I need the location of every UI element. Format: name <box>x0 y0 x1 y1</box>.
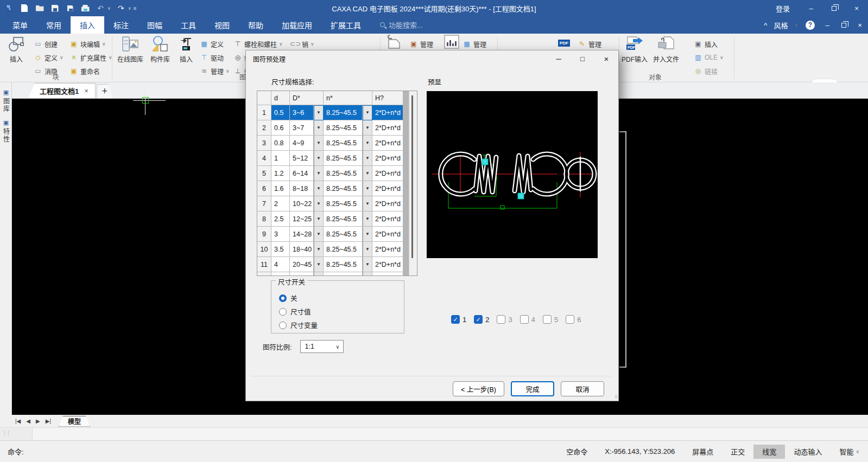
table-cell[interactable]: 3~7 <box>290 120 314 136</box>
cell-dropdown-icon[interactable]: ▼ <box>363 196 372 211</box>
menu-tab-图幅[interactable]: 图幅 <box>138 16 172 34</box>
table-cell[interactable]: 9 <box>257 227 271 242</box>
block-create-button[interactable]: ▭创建 <box>34 38 58 50</box>
radio-尺寸变量[interactable]: 尺寸变量 <box>279 320 318 330</box>
radio-关[interactable]: 关 <box>279 293 297 303</box>
status-智能[interactable]: 智能∨ <box>831 445 868 459</box>
table-row[interactable]: 415~12▼8.25~45.5▼2*D+n*d <box>257 151 403 166</box>
print-icon[interactable] <box>80 3 90 13</box>
checkbox-icon[interactable] <box>497 315 505 324</box>
table-cell[interactable]: 3.5 <box>271 242 290 257</box>
menu-tab-加载应用[interactable]: 加载应用 <box>273 16 321 34</box>
table-row[interactable]: 103.518~40▼8.25~45.5▼2*D+n*d <box>257 242 403 257</box>
table-cell[interactable]: 4 <box>257 151 271 166</box>
table-cell[interactable]: 1.2 <box>271 166 290 181</box>
cell-dropdown-icon[interactable]: ▼ <box>314 151 324 166</box>
view-checkbox-6[interactable]: 6 <box>566 315 581 324</box>
cell-dropdown-icon[interactable]: ▼ <box>363 211 372 227</box>
object-insert-button[interactable]: ▣插入 <box>694 38 718 50</box>
open-file-icon[interactable] <box>35 3 45 13</box>
cell-dropdown-icon[interactable]: ▼ <box>363 181 372 196</box>
table-cell[interactable]: 8.25~45.5 <box>324 181 363 196</box>
menu-tab-常用[interactable]: 常用 <box>37 16 71 34</box>
table-cell[interactable]: 8.25~45.5 <box>324 105 363 120</box>
table-cell[interactable]: 0.6 <box>271 120 290 136</box>
collapse-ribbon-icon[interactable]: ^ <box>761 21 770 29</box>
cell-dropdown-icon[interactable]: ▼ <box>314 105 324 120</box>
table-row[interactable]: 12▼▼ <box>257 272 403 276</box>
table-cell[interactable]: 2*D+n*d <box>372 242 403 257</box>
checkbox-icon[interactable]: ✓ <box>451 315 460 324</box>
ole-button[interactable]: ▥OLE∨ <box>694 52 724 63</box>
radio-icon[interactable] <box>279 294 287 302</box>
table-row[interactable]: 51.26~14▼8.25~45.5▼2*D+n*d <box>257 166 403 181</box>
table-cell[interactable]: 2*D+n*d <box>372 211 403 227</box>
table-cell[interactable] <box>257 91 271 105</box>
attachment-manage-button[interactable]: ▣管理 <box>409 38 433 50</box>
table-cell[interactable]: 12 <box>257 272 271 276</box>
minimize-button[interactable]: – <box>800 0 822 16</box>
command-panel-handle[interactable]: ⋮⋮ <box>0 428 33 441</box>
menu-tab-插入[interactable]: 插入 <box>71 16 104 34</box>
table-cell[interactable]: 10 <box>257 242 271 257</box>
table-cell[interactable]: 20~45 <box>290 257 314 272</box>
table-cell[interactable]: 5 <box>257 166 271 181</box>
table-cell[interactable]: d <box>271 91 290 105</box>
redo-dropdown-icon[interactable]: ∨ <box>128 6 131 11</box>
status-屏幕点[interactable]: 屏幕点 <box>683 445 722 459</box>
table-cell[interactable]: 6~14 <box>290 166 314 181</box>
bolt-stud-button[interactable]: ⊤螺栓和螺柱∨ <box>233 38 283 50</box>
link-button[interactable]: ◎链接 <box>694 65 718 77</box>
table-cell[interactable]: 8.25~45.5 <box>324 136 363 151</box>
block-define-button[interactable]: ◇定义∨ <box>34 52 64 63</box>
customize-toolbar-icon[interactable]: ≡ <box>134 5 137 11</box>
restore-button[interactable] <box>822 0 845 16</box>
cell-dropdown-icon[interactable]: ▼ <box>363 257 372 272</box>
function-search[interactable]: 功能搜索... <box>380 20 423 34</box>
cancel-button[interactable]: 取消 <box>561 381 604 396</box>
library-drive-button[interactable]: ⊤驱动 <box>200 52 224 63</box>
side-tab-图库[interactable]: ▣图库 <box>0 87 12 113</box>
document-tab-close-icon[interactable]: × <box>84 87 88 95</box>
library-define-button[interactable]: ▦定义 <box>200 38 224 50</box>
table-row[interactable]: 82.512~25▼8.25~45.5▼2*D+n*d <box>257 211 403 227</box>
table-cell[interactable]: 5~12 <box>290 151 314 166</box>
cell-dropdown-icon[interactable]: ▼ <box>363 120 372 136</box>
table-cell[interactable]: 2*D+n*d <box>372 181 403 196</box>
checkbox-icon[interactable] <box>566 315 574 324</box>
doc-close-button[interactable]: × <box>852 16 868 34</box>
table-row[interactable]: 7210~22▼8.25~45.5▼2*D+n*d <box>257 196 403 211</box>
pdf-input-button[interactable]: PDF PDF输入 <box>620 36 649 72</box>
cell-dropdown-icon[interactable]: ▼ <box>314 166 324 181</box>
table-cell[interactable]: 8.25~45.5 <box>324 257 363 272</box>
cell-dropdown-icon[interactable]: ▼ <box>363 272 372 276</box>
status-空命令[interactable]: 空命令 <box>557 445 596 459</box>
side-tab-特性[interactable]: ▣特性 <box>0 117 12 143</box>
table-cell[interactable]: 2*D+n*d <box>372 120 403 136</box>
checkbox-icon[interactable]: ✓ <box>474 315 483 324</box>
image-manage-button[interactable]: ▦管理 <box>462 38 486 50</box>
prev-sheet-icon[interactable]: ◀ <box>24 418 33 424</box>
table-cell[interactable]: 1.6 <box>271 181 290 196</box>
table-cell[interactable]: 14~28 <box>290 227 314 242</box>
block-edit-button[interactable]: ▣块编辑∨ <box>69 38 106 50</box>
document-tab[interactable]: 工程图文档1 × <box>28 83 96 98</box>
image-panel-button[interactable] <box>444 36 459 48</box>
radio-尺寸值[interactable]: 尺寸值 <box>279 306 311 317</box>
menu-tab-帮助[interactable]: 帮助 <box>239 16 273 34</box>
menu-tab-扩展工具[interactable]: 扩展工具 <box>321 16 370 34</box>
table-cell[interactable]: 0.5 <box>271 105 290 120</box>
table-cell[interactable]: 6 <box>257 181 271 196</box>
cell-dropdown-icon[interactable]: ▼ <box>314 272 324 276</box>
table-row[interactable]: 61.68~18▼8.25~45.5▼2*D+n*d <box>257 181 403 196</box>
finish-button[interactable]: 完成 <box>511 381 554 396</box>
dialog-minimize-button[interactable]: ─ <box>547 50 571 67</box>
table-cell[interactable]: 8 <box>257 211 271 227</box>
pdf-manage-button[interactable]: ✎管理 <box>578 38 601 50</box>
first-sheet-icon[interactable]: |◀ <box>13 418 23 424</box>
new-document-tab-button[interactable]: + <box>97 84 113 98</box>
dialog-resize-grip[interactable]: ⠿ <box>614 395 617 400</box>
cell-dropdown-icon[interactable]: ▼ <box>314 196 324 211</box>
cell-dropdown-icon[interactable]: ▼ <box>314 227 324 242</box>
merge-file-button[interactable]: 并入文件 <box>650 36 682 72</box>
